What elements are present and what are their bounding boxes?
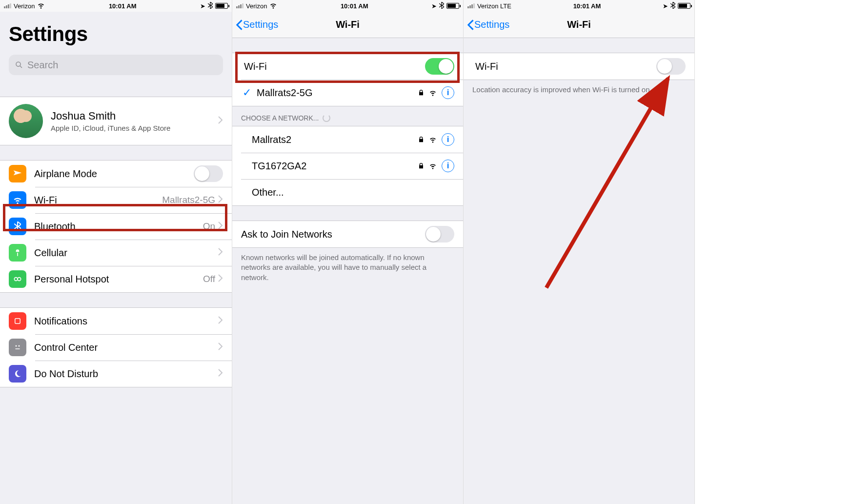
chevron-right-icon <box>218 343 223 352</box>
signal-icon <box>236 3 243 8</box>
network-label: Mallrats2 <box>252 134 417 145</box>
wifi-icon <box>269 1 277 11</box>
clock-label: 10:01 AM <box>573 2 601 10</box>
network-label: TG1672GA2 <box>252 161 417 172</box>
location-icon: ➤ <box>200 2 205 10</box>
carrier-label: Verizon <box>14 2 35 10</box>
search-placeholder: Search <box>27 60 58 71</box>
back-button[interactable]: Settings <box>235 19 278 30</box>
other-label: Other... <box>252 187 454 198</box>
clock-label: 10:01 AM <box>341 2 368 10</box>
cellular-icon <box>9 244 26 262</box>
hotspot-detail: Off <box>203 274 215 284</box>
nav-bar: Settings Wi-Fi <box>232 12 463 38</box>
cellular-label: Cellular <box>34 247 218 259</box>
airplane-toggle[interactable] <box>194 165 223 182</box>
dnd-label: Do Not Disturb <box>34 368 218 380</box>
back-button[interactable]: Settings <box>466 19 509 30</box>
svg-line-8 <box>547 79 668 288</box>
system-group: Notifications Control Center Do Not Dist… <box>0 307 232 387</box>
dnd-row[interactable]: Do Not Disturb <box>0 361 232 387</box>
notifications-label: Notifications <box>34 316 218 327</box>
profile-sub: Apple ID, iCloud, iTunes & App Store <box>51 124 218 132</box>
svg-point-5 <box>16 345 17 347</box>
wifi-detail: Mallrats2-5G <box>162 195 215 205</box>
chevron-right-icon <box>218 248 223 258</box>
wifi-off-footnote: Location accuracy is improved when Wi-Fi… <box>464 80 694 100</box>
wifi-toggle-label: Wi-Fi <box>241 61 425 72</box>
avatar <box>9 104 43 138</box>
carrier-label: Verizon <box>246 2 267 10</box>
svg-line-1 <box>20 66 22 68</box>
notifications-row[interactable]: Notifications <box>0 308 232 334</box>
signal-icon <box>4 3 11 8</box>
bluetooth-icon <box>208 2 213 10</box>
bluetooth-row-icon <box>9 218 26 235</box>
carrier-label: Verizon LTE <box>477 2 511 10</box>
choose-network-header: CHOOSE A NETWORK... <box>232 106 463 126</box>
svg-rect-4 <box>15 319 20 324</box>
wifi-toggle[interactable] <box>425 58 454 75</box>
svg-point-3 <box>18 278 21 281</box>
airplane-icon <box>9 165 26 182</box>
apple-id-row[interactable]: Joshua Smith Apple ID, iCloud, iTunes & … <box>0 97 232 145</box>
notifications-icon <box>9 312 26 330</box>
airplane-label: Airplane Mode <box>34 168 194 180</box>
battery-icon <box>678 3 690 9</box>
ask-footnote: Known networks will be joined automatica… <box>232 248 463 287</box>
cellular-row[interactable]: Cellular <box>0 240 232 266</box>
wifi-label: Wi-Fi <box>34 195 162 206</box>
info-icon[interactable]: i <box>442 160 454 172</box>
chevron-right-icon <box>218 195 223 205</box>
clock-label: 10:01 AM <box>109 2 137 10</box>
connectivity-group: Airplane Mode Wi-Fi Mallrats2-5G Bluetoo… <box>0 160 232 293</box>
wifi-toggle-row[interactable]: Wi-Fi <box>464 53 694 80</box>
network-row[interactable]: Mallrats2 i <box>232 126 463 153</box>
chevron-left-icon <box>466 20 474 30</box>
svg-point-6 <box>19 345 20 347</box>
search-icon <box>15 60 23 69</box>
ask-toggle[interactable] <box>425 226 454 242</box>
nav-bar: Settings Wi-Fi <box>464 12 694 38</box>
back-label: Settings <box>243 19 278 30</box>
lock-icon <box>417 136 425 143</box>
other-network-row[interactable]: Other... <box>232 179 463 205</box>
location-icon: ➤ <box>663 2 668 10</box>
wifi-toggle-row[interactable]: Wi-Fi <box>232 53 463 80</box>
chevron-right-icon <box>218 316 223 326</box>
wifi-on-screen: Verizon 10:01 AM ➤ Settings Wi-Fi Wi-Fi … <box>232 0 464 504</box>
control-center-label: Control Center <box>34 342 218 353</box>
wifi-toggle[interactable] <box>656 58 686 75</box>
page-title: Settings <box>9 22 223 46</box>
signal-icon <box>467 3 475 8</box>
battery-icon <box>215 3 228 9</box>
airplane-mode-row[interactable]: Airplane Mode <box>0 161 232 187</box>
wifi-strength-icon <box>429 89 437 97</box>
ask-to-join-row[interactable]: Ask to Join Networks <box>232 221 463 247</box>
wifi-icon <box>37 1 45 11</box>
search-input[interactable]: Search <box>9 55 223 75</box>
profile-name: Joshua Smith <box>51 110 218 122</box>
bluetooth-label: Bluetooth <box>34 221 203 232</box>
chevron-right-icon <box>218 116 223 126</box>
wifi-row-icon <box>9 191 26 209</box>
choose-network-label: CHOOSE A NETWORK... <box>241 114 319 122</box>
wifi-toggle-label: Wi-Fi <box>472 61 656 72</box>
settings-screen: Verizon 10:01 AM ➤ Settings Search Joshu… <box>0 0 232 504</box>
network-row[interactable]: TG1672GA2 i <box>232 153 463 179</box>
control-center-row[interactable]: Control Center <box>0 334 232 361</box>
chevron-right-icon <box>218 274 223 284</box>
hotspot-row[interactable]: Personal Hotspot Off <box>0 266 232 292</box>
status-bar: Verizon 10:01 AM ➤ <box>232 0 463 12</box>
nav-title: Wi-Fi <box>567 19 591 30</box>
svg-point-0 <box>16 62 20 66</box>
info-icon[interactable]: i <box>442 133 454 146</box>
bluetooth-row[interactable]: Bluetooth On <box>0 213 232 240</box>
wifi-row[interactable]: Wi-Fi Mallrats2-5G <box>0 187 232 213</box>
connected-network-row[interactable]: ✓ Mallrats2-5G i <box>232 80 463 106</box>
connected-network-label: Mallrats2-5G <box>257 87 417 99</box>
hotspot-label: Personal Hotspot <box>34 274 203 285</box>
wifi-strength-icon <box>429 136 437 143</box>
info-icon[interactable]: i <box>442 86 454 99</box>
chevron-right-icon <box>218 222 223 231</box>
